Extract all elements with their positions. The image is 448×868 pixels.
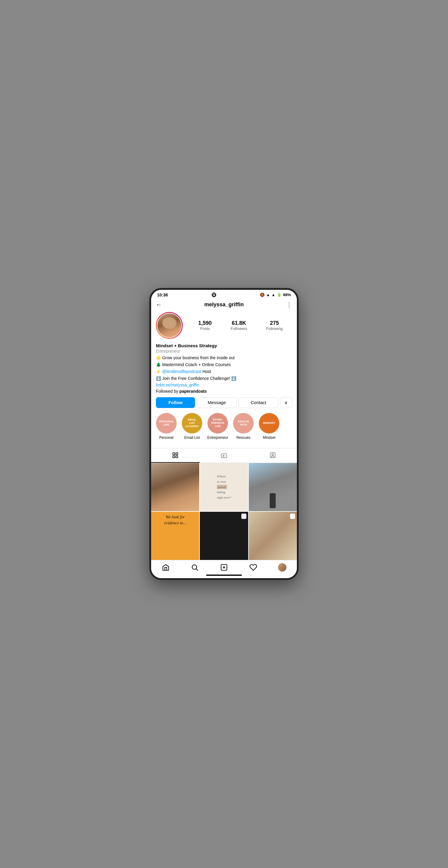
grid-item-2[interactable]: Whereis yourpowerhidingright now? bbox=[200, 463, 248, 511]
multi-icon-5: ⧉ bbox=[241, 514, 246, 519]
nav-add[interactable] bbox=[209, 563, 239, 571]
bio-section: Mindset + Business Strategy Entrepreneur… bbox=[156, 343, 292, 394]
highlight-label-entrepreneur: Entrepreneur bbox=[207, 435, 228, 440]
tab-grid[interactable] bbox=[151, 448, 200, 463]
svg-line-8 bbox=[196, 569, 198, 571]
signal-icon: ▲ bbox=[272, 292, 275, 297]
home-indicator bbox=[151, 573, 297, 578]
home-bar bbox=[206, 575, 242, 576]
tv-icon bbox=[221, 452, 227, 459]
nav-heart[interactable] bbox=[239, 563, 268, 571]
svg-rect-1 bbox=[176, 453, 178, 454]
bio-line-4: ⬇️ Join the Free Confidence Challenge! ⬇… bbox=[156, 375, 292, 382]
person-icon bbox=[269, 452, 276, 459]
contact-button[interactable]: Contact bbox=[239, 397, 278, 408]
back-button[interactable]: ← bbox=[156, 301, 162, 308]
phone-frame: 10:38 ⏻ 🔕 ▲ ▲ 🔋 88% ← melyssa_griffin ⋮ bbox=[149, 288, 299, 580]
battery-percent: 88% bbox=[283, 292, 291, 297]
podcast-link[interactable]: @limitlesslifepodcast bbox=[162, 369, 201, 374]
highlight-circle-personal: PERSONALLIFE bbox=[156, 413, 177, 434]
stat-followers[interactable]: 61.8K Followers bbox=[231, 320, 247, 331]
highlight-circle-rescues: RESCUEPETS bbox=[233, 413, 254, 434]
grid-item-6[interactable]: ⧉ bbox=[249, 512, 297, 560]
quote-text: Whereis yourpowerhidingright now? bbox=[214, 471, 234, 503]
stats-row: 1,590 Posts 61.8K Followers 275 Followin… bbox=[189, 320, 292, 331]
bio-line-1: 🌟 Grow your business from the inside out bbox=[156, 355, 292, 361]
street-figure bbox=[270, 493, 276, 508]
tab-tagged[interactable] bbox=[248, 448, 297, 463]
bio-followed: Followed by paperandoats bbox=[156, 389, 292, 394]
street-photo bbox=[249, 463, 297, 511]
home-icon bbox=[162, 563, 170, 571]
highlight-circle-email: EMAILLISTACADEMY bbox=[181, 413, 203, 434]
highlight-label-mindset: Mindset bbox=[263, 435, 275, 440]
bio-category: Entrepreneur bbox=[156, 349, 292, 353]
nav-username: melyssa_griffin bbox=[204, 302, 244, 308]
profile-top: 1,590 Posts 61.8K Followers 275 Followin… bbox=[156, 312, 292, 339]
profile-section: 1,590 Posts 61.8K Followers 275 Followin… bbox=[151, 312, 297, 448]
tab-reels[interactable] bbox=[200, 448, 248, 463]
highlight-mindset[interactable]: MINDSET Mindset bbox=[259, 413, 280, 440]
bio-name: Mindset + Business Strategy bbox=[156, 343, 292, 348]
avatar-ring bbox=[156, 312, 183, 339]
stat-following[interactable]: 275 Following bbox=[266, 320, 282, 331]
multi-icon-6: ⧉ bbox=[290, 514, 295, 519]
followed-user[interactable]: paperandoats bbox=[179, 389, 207, 394]
status-right: 🔕 ▲ ▲ 🔋 88% bbox=[260, 292, 291, 297]
grid-item-5[interactable]: ⧉ bbox=[200, 512, 248, 560]
mute-icon: 🔕 bbox=[260, 292, 265, 297]
top-nav: ← melyssa_griffin ⋮ bbox=[151, 299, 297, 312]
bio-line-3: ⚡ @limitlesslifepodcast Host bbox=[156, 369, 292, 375]
avatar bbox=[157, 313, 182, 338]
followed-by-text: Followed by bbox=[156, 389, 178, 394]
svg-rect-0 bbox=[173, 453, 175, 454]
nav-home[interactable] bbox=[151, 563, 180, 571]
highlight-label-personal: Personal bbox=[159, 435, 173, 440]
highlight-personal[interactable]: PERSONALLIFE Personal bbox=[156, 413, 177, 440]
dropdown-button[interactable]: ∨ bbox=[280, 397, 292, 408]
highlight-rescues[interactable]: RESCUEPETS Rescues bbox=[233, 413, 254, 440]
blonde-photo: ⧉ bbox=[249, 512, 297, 560]
svg-point-7 bbox=[192, 565, 197, 569]
svg-point-6 bbox=[272, 454, 274, 456]
svg-rect-3 bbox=[176, 456, 178, 458]
bio-line-2: 🌲 Mastermind Coach + Online Courses bbox=[156, 362, 292, 368]
wifi-icon: ▲ bbox=[266, 292, 270, 297]
following-count: 275 bbox=[266, 320, 282, 326]
avatar-face bbox=[158, 313, 181, 337]
battery-icon: 🔋 bbox=[277, 292, 282, 297]
highlight-circle-mindset: MINDSET bbox=[259, 413, 280, 434]
photo-grid: Whereis yourpowerhidingright now? We loo… bbox=[151, 463, 297, 560]
followers-count: 61.8K bbox=[231, 320, 247, 326]
heart-icon bbox=[249, 563, 257, 571]
stat-posts[interactable]: 1,590 Posts bbox=[198, 320, 212, 331]
grid-item-1[interactable] bbox=[151, 463, 199, 511]
grid-icon bbox=[172, 452, 179, 459]
highlight-entrepreneur[interactable]: ENTRE-PRENEURLIFE Entrepreneur bbox=[207, 413, 228, 440]
highlight-circle-entrepreneur: ENTRE-PRENEURLIFE bbox=[207, 413, 228, 434]
highlights: PERSONALLIFE Personal EMAILLISTACADEMY E… bbox=[156, 413, 292, 442]
nav-profile[interactable] bbox=[268, 563, 297, 571]
grid-item-4[interactable]: We look forevidence to... bbox=[151, 512, 199, 560]
bottom-nav bbox=[151, 560, 297, 573]
more-button[interactable]: ⋮ bbox=[286, 301, 292, 308]
add-icon bbox=[220, 563, 228, 571]
nav-search[interactable] bbox=[180, 563, 210, 571]
avatar-wrapper[interactable] bbox=[156, 312, 183, 339]
bio-link[interactable]: linktr.ee/melyssa_griffin bbox=[156, 382, 199, 388]
tab-bar bbox=[151, 448, 297, 463]
posts-count: 1,590 bbox=[198, 320, 212, 326]
followers-label: Followers bbox=[231, 326, 247, 331]
following-label: Following bbox=[266, 326, 282, 331]
status-bar: 10:38 ⏻ 🔕 ▲ ▲ 🔋 88% bbox=[151, 290, 297, 299]
highlight-email[interactable]: EMAILLISTACADEMY Email List bbox=[181, 413, 203, 440]
message-button[interactable]: Message bbox=[197, 397, 237, 408]
grid-item-3[interactable] bbox=[249, 463, 297, 511]
quote-text-2: We look forevidence to... bbox=[151, 512, 199, 528]
highlight-label-rescues: Rescues bbox=[237, 435, 250, 440]
svg-rect-2 bbox=[173, 456, 175, 458]
power-icon: ⏻ bbox=[211, 292, 216, 298]
follow-button[interactable]: Follow bbox=[156, 397, 195, 408]
status-time: 10:38 bbox=[157, 292, 168, 297]
profile-avatar-thumb bbox=[278, 563, 286, 571]
